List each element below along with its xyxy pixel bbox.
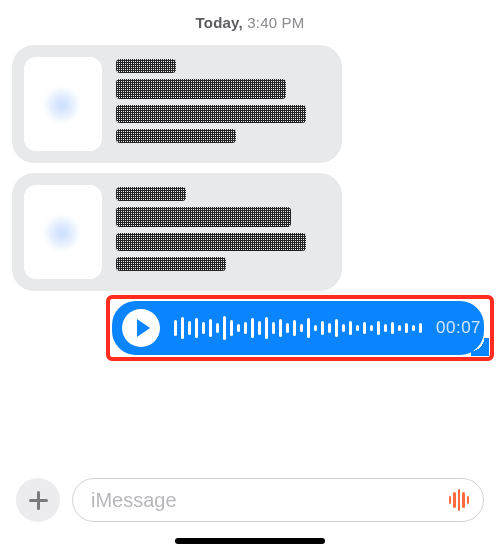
incoming-message-bubble[interactable] — [12, 45, 342, 163]
outgoing-audio-message[interactable]: 00:07 — [112, 301, 484, 355]
message-input-placeholder: iMessage — [91, 489, 177, 512]
home-indicator[interactable] — [175, 538, 325, 544]
redacted-text — [116, 57, 324, 151]
redacted-text — [116, 185, 324, 279]
audio-wave-icon — [449, 496, 452, 504]
message-attachment-thumbnail — [24, 185, 102, 279]
audio-record-button[interactable] — [449, 489, 470, 511]
timestamp-time: 3:40 PM — [247, 14, 304, 31]
play-button[interactable] — [122, 309, 160, 347]
message-input[interactable]: iMessage — [72, 478, 484, 522]
incoming-message-bubble[interactable] — [12, 173, 342, 291]
message-attachment-thumbnail — [24, 57, 102, 151]
conversation-timestamp: Today, 3:40 PM — [0, 0, 500, 41]
audio-waveform[interactable] — [174, 313, 422, 343]
compose-bar: iMessage — [0, 476, 500, 524]
timestamp-day: Today, — [196, 14, 243, 31]
audio-duration-label: 00:07 — [436, 318, 481, 338]
add-attachment-button[interactable] — [16, 478, 60, 522]
